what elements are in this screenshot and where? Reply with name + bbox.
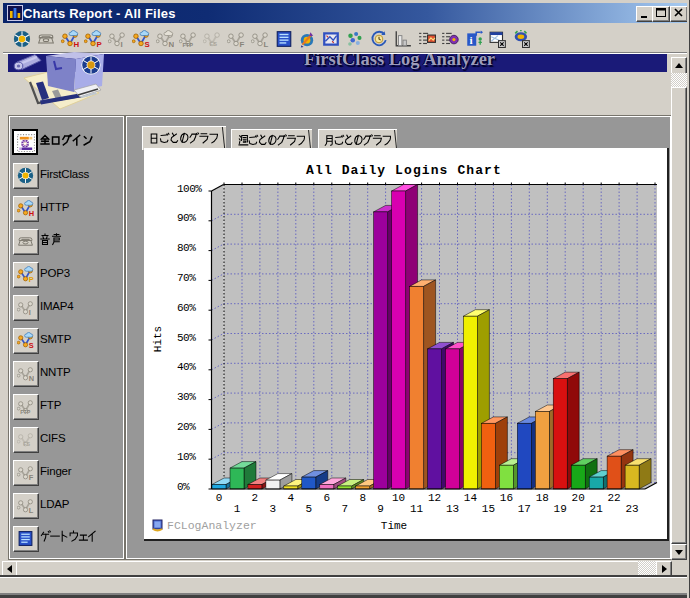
svg-text:10%: 10% xyxy=(177,451,196,463)
svg-text:Time: Time xyxy=(381,520,407,532)
svg-text:4: 4 xyxy=(287,492,294,504)
svg-text:FTP: FTP xyxy=(182,42,193,48)
svg-text:7: 7 xyxy=(341,503,348,515)
svg-text:P: P xyxy=(28,275,33,283)
svg-text:S: S xyxy=(144,40,149,48)
svg-text:22: 22 xyxy=(607,492,620,504)
svg-text:6: 6 xyxy=(323,492,330,504)
svg-text:I: I xyxy=(120,40,122,48)
svg-text:19: 19 xyxy=(554,503,567,515)
svg-text:0%: 0% xyxy=(177,481,190,493)
svg-text:S: S xyxy=(28,341,33,349)
svg-text:17: 17 xyxy=(518,503,531,515)
svg-text:5: 5 xyxy=(305,503,312,515)
svg-text:FS: FS xyxy=(23,441,30,447)
svg-text:F: F xyxy=(28,473,33,481)
svg-text:P: P xyxy=(96,40,101,48)
svg-text:11: 11 xyxy=(410,503,424,515)
svg-text:N: N xyxy=(28,374,33,382)
svg-text:L: L xyxy=(263,40,268,48)
svg-text:H: H xyxy=(28,209,33,217)
svg-text:I: I xyxy=(28,308,30,316)
svg-text:14: 14 xyxy=(464,492,478,504)
svg-text:0: 0 xyxy=(216,492,223,504)
svg-text:21: 21 xyxy=(590,503,604,515)
svg-text:40%: 40% xyxy=(177,361,196,373)
svg-text:L: L xyxy=(28,506,33,514)
svg-text:70%: 70% xyxy=(177,272,196,284)
svg-text:FS: FS xyxy=(210,41,217,47)
svg-text:23: 23 xyxy=(625,503,638,515)
svg-text:8: 8 xyxy=(359,492,366,504)
svg-text:50%: 50% xyxy=(177,332,196,344)
svg-text:F: F xyxy=(239,40,244,48)
svg-text:80%: 80% xyxy=(177,242,196,254)
svg-text:FCLogAnalyzer: FCLogAnalyzer xyxy=(167,519,257,532)
svg-text:2: 2 xyxy=(252,492,259,504)
svg-text:All Daily Logins Chart: All Daily Logins Chart xyxy=(306,163,502,178)
svg-text:16: 16 xyxy=(500,492,513,504)
svg-text:30%: 30% xyxy=(177,391,196,403)
svg-text:N: N xyxy=(168,40,174,48)
svg-text:9: 9 xyxy=(377,503,384,515)
svg-text:FTP: FTP xyxy=(20,409,30,415)
svg-text:Hits: Hits xyxy=(152,326,164,352)
svg-text:3: 3 xyxy=(270,503,277,515)
svg-text:13: 13 xyxy=(446,503,459,515)
svg-text:i: i xyxy=(470,34,473,46)
svg-text:60%: 60% xyxy=(177,302,196,314)
svg-text:100%: 100% xyxy=(177,183,202,195)
svg-text:20%: 20% xyxy=(177,421,196,433)
svg-text:15: 15 xyxy=(482,503,495,515)
svg-text:H: H xyxy=(73,40,79,48)
svg-text:90%: 90% xyxy=(177,212,196,224)
svg-text:12: 12 xyxy=(428,492,441,504)
svg-text:10: 10 xyxy=(392,492,405,504)
svg-text:20: 20 xyxy=(572,492,585,504)
svg-text:1: 1 xyxy=(234,503,241,515)
svg-text:18: 18 xyxy=(536,492,549,504)
